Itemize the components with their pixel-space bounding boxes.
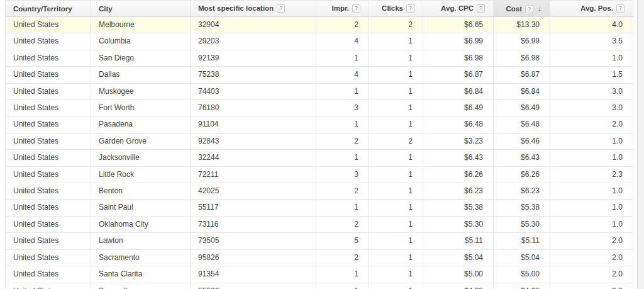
cell-avg_cpc: $6.99 [423, 33, 494, 50]
cell-avg_cpc: $6.23 [423, 183, 494, 200]
table-row[interactable]: United StatesColumbia2920341$6.99$6.993.… [6, 33, 633, 50]
cell-cost: $5.04 [494, 249, 550, 266]
cell-cost: $5.30 [494, 216, 550, 232]
cell-avg_pos: 2.0 [550, 116, 633, 133]
cell-country: United States [6, 150, 91, 166]
cell-country: United States [6, 283, 91, 289]
cell-avg_cpc: $5.04 [423, 249, 494, 266]
cell-country: United States [6, 249, 91, 266]
cell-avg_pos: 1.0 [550, 133, 633, 149]
cell-cost: $13.30 [494, 17, 550, 33]
table-row[interactable]: United StatesSacramento9582621$5.04$5.04… [6, 249, 633, 266]
table-row[interactable]: United StatesOklahoma City7311621$5.30$5… [6, 216, 633, 232]
cell-city: Benton [91, 183, 191, 200]
table-row[interactable]: United StatesMuskogee7440311$6.84$6.843.… [6, 83, 633, 99]
table-row[interactable]: United StatesSanta Clarita9135411$5.00$5… [6, 266, 633, 283]
cell-clicks: 1 [369, 83, 423, 99]
cell-avg_pos: 1.0 [550, 150, 633, 166]
cell-location: 74403 [191, 83, 316, 99]
table-row[interactable]: United StatesBenton4202521$6.23$6.231.0 [6, 183, 633, 200]
cell-avg_pos: 1.5 [550, 67, 633, 83]
cell-location: 29203 [191, 33, 316, 50]
cell-avg_pos: 2.0 [550, 249, 633, 266]
cell-city: Burnsville [91, 283, 191, 289]
cell-cost: $5.11 [494, 233, 550, 249]
table-row[interactable]: United StatesSaint Paul5511711$5.38$5.38… [6, 200, 633, 216]
cell-impressions: 2 [316, 183, 369, 200]
cell-country: United States [6, 133, 91, 149]
cell-impressions: 3 [316, 100, 369, 116]
cell-location: 73116 [191, 216, 316, 232]
cell-impressions: 2 [316, 216, 369, 232]
table-row[interactable]: United StatesBurnsville5530611$4.93$4.93… [6, 283, 633, 289]
cell-country: United States [6, 83, 91, 99]
table-row[interactable]: United StatesLawton7350551$5.11$5.112.0 [6, 233, 633, 249]
cell-impressions: 1 [316, 116, 369, 133]
column-header-avg_cpc[interactable]: Avg. CPC? [423, 1, 494, 17]
cell-impressions: 3 [316, 166, 369, 183]
cell-country: United States [6, 200, 91, 216]
column-header-clicks[interactable]: Clicks? [369, 1, 423, 17]
column-header-country[interactable]: Country/Territory [6, 1, 91, 17]
help-icon[interactable]: ? [406, 4, 414, 13]
help-icon[interactable]: ? [616, 4, 625, 13]
cell-city: Little Rock [91, 166, 191, 183]
table-header-row: Country/TerritoryCityMost specific locat… [6, 1, 633, 17]
cell-avg_cpc: $6.87 [423, 67, 494, 83]
column-header-cost[interactable]: Cost?↓ [494, 1, 550, 17]
column-label-country: Country/Territory [13, 5, 72, 13]
cell-location: 55117 [191, 200, 316, 216]
cell-avg_cpc: $6.43 [423, 150, 494, 166]
table-row[interactable]: United StatesMelbourne3290422$6.65$13.30… [6, 17, 633, 33]
table-row[interactable]: United StatesFort Worth7618031$6.49$6.49… [6, 100, 633, 116]
cell-avg_pos: 1.0 [550, 183, 633, 200]
cell-avg_pos: 2.3 [550, 166, 633, 183]
table-row[interactable]: United StatesSan Diego9213911$6.98$6.981… [6, 50, 633, 66]
help-icon[interactable]: ? [277, 4, 285, 13]
cell-avg_cpc: $5.30 [423, 216, 494, 232]
table-row[interactable]: United StatesGarden Grove9284322$3.23$6.… [6, 133, 633, 149]
cell-avg_pos: 3.0 [550, 83, 633, 99]
help-icon[interactable]: ? [525, 5, 533, 13]
vertical-scrollbar-track[interactable] [637, 0, 644, 289]
help-icon[interactable]: ? [477, 4, 485, 13]
table-row[interactable]: United StatesPasadena9110411$6.48$6.482.… [6, 116, 633, 133]
cell-impressions: 1 [316, 150, 369, 166]
cell-clicks: 1 [369, 67, 423, 83]
cell-city: Jacksonville [91, 150, 191, 166]
cell-avg_cpc: $6.98 [423, 50, 494, 66]
locations-table-wrap: Country/TerritoryCityMost specific locat… [5, 0, 633, 289]
cell-cost: $6.84 [494, 83, 550, 99]
cell-clicks: 1 [369, 266, 423, 283]
cell-clicks: 1 [369, 216, 423, 232]
cell-avg_pos: 1.0 [550, 216, 633, 232]
cell-impressions: 1 [316, 83, 369, 99]
cell-country: United States [6, 17, 91, 33]
cell-clicks: 1 [369, 283, 423, 289]
cell-impressions: 4 [316, 67, 369, 83]
column-header-city[interactable]: City [91, 1, 191, 17]
cell-clicks: 1 [369, 249, 423, 266]
cell-location: 42025 [191, 183, 316, 200]
table-body: United StatesMelbourne3290422$6.65$13.30… [6, 17, 633, 289]
cell-clicks: 1 [369, 33, 423, 50]
cell-avg_pos: 2.0 [550, 266, 633, 283]
cell-avg_cpc: $5.38 [423, 200, 494, 216]
column-header-impressions[interactable]: Impr.? [316, 1, 369, 17]
cell-clicks: 2 [369, 133, 423, 149]
help-icon[interactable]: ? [352, 4, 360, 13]
cell-location: 95826 [191, 249, 316, 266]
column-header-avg_pos[interactable]: Avg. Pos.? [550, 1, 633, 17]
table-row[interactable]: United StatesDallas7523841$6.87$6.871.5 [6, 67, 633, 83]
column-header-location[interactable]: Most specific location? [191, 1, 316, 17]
cell-location: 32904 [191, 17, 316, 33]
cell-country: United States [6, 233, 91, 249]
table-row[interactable]: United StatesLittle Rock7221131$6.26$6.2… [6, 166, 633, 183]
cell-avg_cpc: $6.49 [423, 100, 494, 116]
cell-location: 92139 [191, 50, 316, 66]
table-row[interactable]: United StatesJacksonville3224411$6.43$6.… [6, 150, 633, 166]
cell-impressions: 2 [316, 17, 369, 33]
sort-descending-arrow-icon: ↓ [538, 4, 541, 13]
cell-avg_cpc: $6.26 [423, 166, 494, 183]
cell-avg_pos: 4.0 [550, 17, 633, 33]
